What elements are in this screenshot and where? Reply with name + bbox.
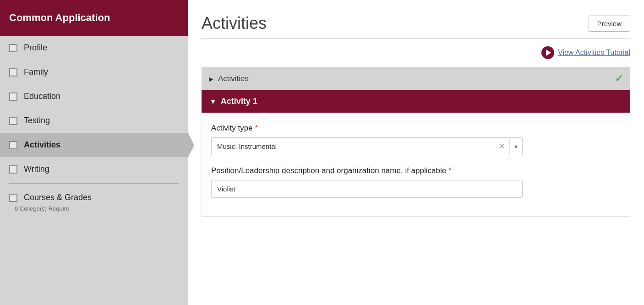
tutorial-row: View Activities Tutorial xyxy=(202,46,630,59)
position-required: * xyxy=(448,166,452,175)
activity1-label: Activity 1 xyxy=(221,97,257,106)
writing-checkbox[interactable] xyxy=(9,165,17,174)
sidebar-label-family: Family xyxy=(24,67,48,77)
sidebar-item-profile[interactable]: Profile xyxy=(0,36,188,60)
sidebar-item-testing[interactable]: Testing xyxy=(0,109,188,133)
sidebar-item-family[interactable]: Family xyxy=(0,60,188,84)
sidebar-item-courses[interactable]: Courses & Grades xyxy=(0,185,188,210)
play-circle xyxy=(541,46,554,59)
select-clear-icon[interactable]: ✕ xyxy=(494,138,509,154)
activities-checkbox[interactable] xyxy=(9,141,17,149)
profile-checkbox[interactable] xyxy=(9,44,17,52)
courses-checkbox[interactable] xyxy=(9,194,17,202)
sidebar-item-education[interactable]: Education xyxy=(0,84,188,109)
activity-type-select[interactable]: Music: Instrumental ✕ ▾ xyxy=(211,137,523,155)
education-checkbox[interactable] xyxy=(9,93,17,101)
tutorial-link[interactable]: View Activities Tutorial xyxy=(558,49,630,57)
play-icon xyxy=(541,46,554,59)
preview-button[interactable]: Preview xyxy=(589,16,630,32)
main-content: Activities Preview View Activities Tutor… xyxy=(188,0,644,305)
sidebar-label-courses: Courses & Grades xyxy=(24,193,92,202)
section-header-label: Activities xyxy=(218,74,249,83)
select-dropdown-icon[interactable]: ▾ xyxy=(509,139,522,154)
activity-type-value: Music: Instrumental xyxy=(212,138,494,155)
testing-checkbox[interactable] xyxy=(9,117,17,125)
section-checkmark: ✓ xyxy=(615,73,623,85)
activity1-header[interactable]: ▼ Activity 1 xyxy=(202,90,630,113)
section-arrow-right: ▶ xyxy=(209,76,213,82)
activity-type-field: Activity type * Music: Instrumental ✕ ▾ xyxy=(211,124,621,155)
sidebar-label-education: Education xyxy=(24,92,60,101)
position-field: Position/Leadership description and orga… xyxy=(211,166,621,198)
sidebar: Common Application Profile Family Educat… xyxy=(0,0,188,305)
position-label: Position/Leadership description and orga… xyxy=(211,166,621,175)
page-title: Activities xyxy=(202,14,267,33)
main-header: Activities Preview xyxy=(202,14,630,33)
sidebar-label-profile: Profile xyxy=(24,43,47,53)
activities-section-header[interactable]: ▶ Activities ✓ xyxy=(202,67,630,90)
app-title: Common Application xyxy=(9,12,110,24)
sidebar-title: Common Application xyxy=(0,0,188,36)
sidebar-divider xyxy=(9,183,179,184)
main-divider xyxy=(202,38,630,39)
activity1-form: Activity type * Music: Instrumental ✕ ▾ … xyxy=(202,113,630,217)
sidebar-label-testing: Testing xyxy=(24,116,50,125)
sidebar-item-activities[interactable]: Activities xyxy=(0,133,188,157)
sidebar-label-writing: Writing xyxy=(24,164,49,174)
activity-type-required: * xyxy=(255,124,258,132)
activity-type-label: Activity type * xyxy=(211,124,621,133)
family-checkbox[interactable] xyxy=(9,68,17,76)
sidebar-label-activities: Activities xyxy=(24,140,60,150)
play-triangle xyxy=(546,49,551,56)
sidebar-item-writing[interactable]: Writing xyxy=(0,157,188,181)
position-input[interactable] xyxy=(211,180,523,198)
activity1-arrow: ▼ xyxy=(210,98,216,105)
